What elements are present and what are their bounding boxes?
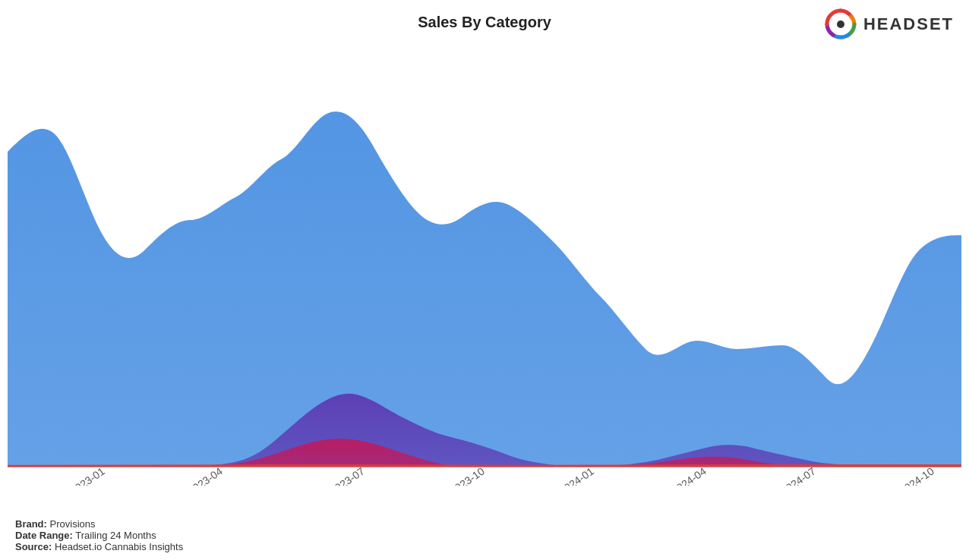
logo-text: HEADSET bbox=[863, 14, 954, 34]
xaxis-label-1: 2023-04 bbox=[185, 464, 224, 486]
brand-value: Provisions bbox=[50, 518, 96, 530]
xaxis-label-2: 2023-07 bbox=[327, 464, 366, 486]
date-range-value: Trailing 24 Months bbox=[75, 530, 156, 541]
area-chart: 2023-01 2023-04 2023-07 2023-10 2024-01 … bbox=[8, 46, 961, 486]
chart-container: HEADSET Sales By Category Concentrates E… bbox=[0, 0, 969, 560]
source-label: Source: bbox=[15, 541, 52, 552]
xaxis-label-3: 2023-10 bbox=[447, 464, 486, 486]
footer-date-range: Date Range: Trailing 24 Months bbox=[15, 530, 183, 541]
footer-brand: Brand: Provisions bbox=[15, 518, 183, 530]
footer-source: Source: Headset.io Cannabis Insights bbox=[15, 541, 183, 552]
svg-point-1 bbox=[837, 20, 844, 28]
xaxis-label-4: 2024-01 bbox=[557, 464, 595, 486]
footer-info: Brand: Provisions Date Range: Trailing 2… bbox=[15, 518, 183, 552]
xaxis-label-0: 2023-01 bbox=[68, 464, 106, 486]
headset-logo: HEADSET bbox=[824, 8, 954, 41]
headset-logo-icon bbox=[824, 8, 857, 41]
source-value: Headset.io Cannabis Insights bbox=[55, 541, 183, 552]
xaxis-label-7: 2024-10 bbox=[897, 464, 936, 486]
brand-label: Brand: bbox=[15, 518, 47, 530]
xaxis-label-5: 2024-04 bbox=[669, 464, 708, 486]
xaxis-label-6: 2024-07 bbox=[778, 464, 817, 486]
date-range-label: Date Range: bbox=[15, 530, 73, 541]
